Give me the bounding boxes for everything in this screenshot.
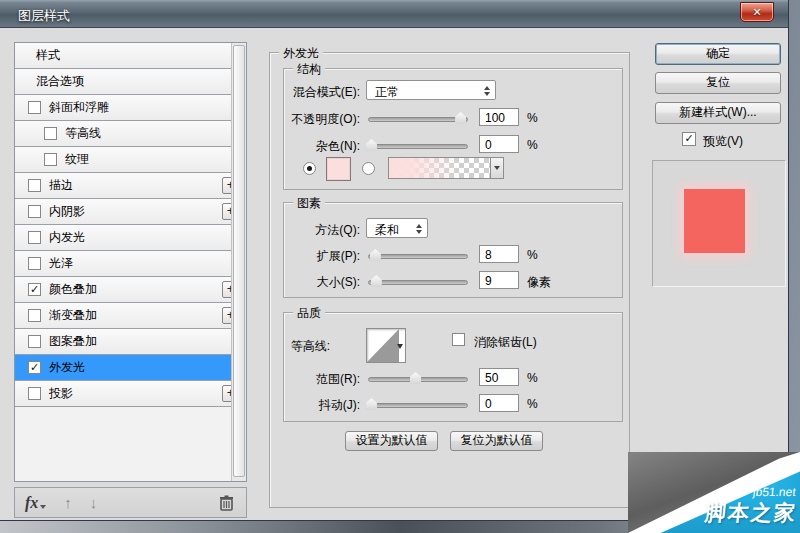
preview-label: 预览(V): [703, 133, 743, 150]
sidebar-item-label: 颜色叠加: [49, 281, 97, 298]
blend-mode-label: 混合模式(E):: [250, 84, 360, 101]
sidebar-item-label: 纹理: [65, 151, 89, 168]
scrollbar-thumb[interactable]: [233, 45, 245, 477]
check-icon: ✓: [30, 283, 39, 295]
delete-effect-button[interactable]: [219, 495, 234, 511]
inner-glow-checkbox[interactable]: [28, 231, 41, 244]
reset-button[interactable]: 复位: [655, 72, 781, 94]
spread-input[interactable]: 8: [479, 245, 519, 263]
size-input[interactable]: 9: [479, 271, 519, 289]
antialias-label: 消除锯齿(L): [474, 334, 537, 351]
title-bar: 图层样式 ✕: [0, 0, 788, 28]
sidebar-item-label: 内阴影: [49, 203, 85, 220]
preview-checkbox[interactable]: ✓: [682, 132, 696, 146]
technique-value: 柔和: [375, 223, 399, 237]
glow-gradient-radio[interactable]: [362, 162, 375, 175]
elements-title: 图素: [293, 195, 325, 212]
opacity-input[interactable]: 100: [479, 108, 519, 126]
sidebar-item-drop-shadow[interactable]: 投影 +: [15, 381, 246, 407]
drop-shadow-checkbox[interactable]: [28, 387, 41, 400]
opacity-label: 不透明度(O):: [250, 111, 360, 128]
style-list-rows: 样式 混合选项 斜面和浮雕 等高线 纹理 描边 +: [15, 43, 246, 407]
style-list-scrollbar[interactable]: [231, 43, 246, 481]
noise-input[interactable]: 0: [479, 135, 519, 153]
sidebar-item-pattern-overlay[interactable]: 图案叠加: [15, 329, 246, 355]
contour-checkbox[interactable]: [44, 127, 57, 140]
sidebar-item-label: 样式: [36, 47, 60, 64]
sidebar-item-styles[interactable]: 样式: [15, 43, 246, 69]
sidebar-item-texture[interactable]: 纹理: [15, 147, 246, 173]
panel-title: 外发光: [279, 45, 323, 62]
close-button[interactable]: ✕: [740, 2, 774, 22]
pattern-overlay-checkbox[interactable]: [28, 335, 41, 348]
sidebar-item-contour[interactable]: 等高线: [15, 121, 246, 147]
glow-color-radio[interactable]: [303, 162, 316, 175]
size-slider[interactable]: [368, 280, 468, 285]
gradient-dropdown-button[interactable]: [490, 157, 504, 179]
spread-unit: %: [527, 248, 538, 262]
move-up-icon[interactable]: ↑: [64, 494, 72, 511]
new-style-button[interactable]: 新建样式(W)...: [655, 102, 781, 124]
jitter-slider[interactable]: [368, 403, 468, 408]
blend-mode-select[interactable]: 正常: [366, 80, 496, 100]
noise-slider[interactable]: [368, 144, 468, 149]
contour-picker[interactable]: [366, 328, 406, 363]
sidebar-item-gradient-overlay[interactable]: 渐变叠加 +: [15, 303, 246, 329]
chevron-down-icon: [397, 344, 403, 349]
spinner-icon: [416, 224, 422, 234]
antialias-checkbox[interactable]: [452, 333, 465, 346]
fx-icon[interactable]: fx: [25, 494, 38, 512]
preview-square: [684, 189, 745, 253]
sidebar-item-label: 内发光: [49, 229, 85, 246]
sidebar-item-label: 光泽: [49, 255, 73, 272]
sidebar-item-outer-glow[interactable]: ✓ 外发光: [15, 355, 246, 381]
sidebar-item-stroke[interactable]: 描边 +: [15, 173, 246, 199]
noise-label: 杂色(N):: [250, 138, 360, 155]
spinner-icon: [484, 86, 490, 96]
range-label: 范围(R):: [250, 371, 360, 388]
watermark-url: jb51.net: [753, 485, 797, 499]
gradient-overlay-checkbox[interactable]: [28, 309, 41, 322]
glow-gradient-picker[interactable]: [388, 157, 491, 179]
texture-checkbox[interactable]: [44, 153, 57, 166]
stroke-checkbox[interactable]: [28, 179, 41, 192]
fx-toolbar: fx ↑ ↓: [14, 487, 247, 518]
sidebar-item-label: 外发光: [49, 359, 85, 376]
sidebar-item-label: 等高线: [65, 125, 101, 142]
structure-title: 结构: [293, 61, 325, 78]
sidebar-item-satin[interactable]: 光泽: [15, 251, 246, 277]
sidebar-item-inner-shadow[interactable]: 内阴影 +: [15, 199, 246, 225]
sidebar-item-color-overlay[interactable]: ✓ 颜色叠加 +: [15, 277, 246, 303]
bevel-emboss-checkbox[interactable]: [28, 101, 41, 114]
opacity-value: 100: [485, 111, 505, 125]
range-input[interactable]: 50: [479, 368, 519, 386]
layer-style-dialog: 图层样式 ✕ 样式 混合选项 斜面和浮雕 等高线 纹理: [0, 0, 789, 521]
color-overlay-checkbox[interactable]: ✓: [28, 283, 41, 296]
size-label: 大小(S):: [250, 274, 360, 291]
technique-select[interactable]: 柔和: [366, 218, 428, 238]
spread-slider[interactable]: [368, 254, 468, 259]
glow-color-swatch[interactable]: [326, 157, 351, 181]
move-down-icon[interactable]: ↓: [90, 494, 98, 511]
jitter-value: 0: [485, 397, 492, 411]
trash-icon: [219, 495, 234, 511]
opacity-slider[interactable]: [368, 117, 468, 122]
spread-label: 扩展(P):: [250, 248, 360, 265]
size-value: 9: [485, 274, 492, 288]
sidebar-item-inner-glow[interactable]: 内发光: [15, 225, 246, 251]
set-default-button[interactable]: 设置为默认值: [345, 431, 438, 451]
contour-label: 等高线:: [250, 338, 330, 355]
jitter-input[interactable]: 0: [479, 394, 519, 412]
reset-default-button[interactable]: 复位为默认值: [450, 431, 543, 451]
sidebar-item-blending-options[interactable]: 混合选项: [15, 69, 246, 95]
inner-shadow-checkbox[interactable]: [28, 205, 41, 218]
range-slider[interactable]: [368, 377, 468, 382]
watermark-site-name: 脚本之家: [704, 499, 799, 527]
sidebar-item-bevel-emboss[interactable]: 斜面和浮雕: [15, 95, 246, 121]
outer-glow-checkbox[interactable]: ✓: [28, 361, 41, 374]
satin-checkbox[interactable]: [28, 257, 41, 270]
ok-button[interactable]: 确定: [655, 43, 781, 65]
jitter-unit: %: [527, 397, 538, 411]
spread-value: 8: [485, 248, 492, 262]
fx-menu-caret-icon: [40, 505, 46, 509]
